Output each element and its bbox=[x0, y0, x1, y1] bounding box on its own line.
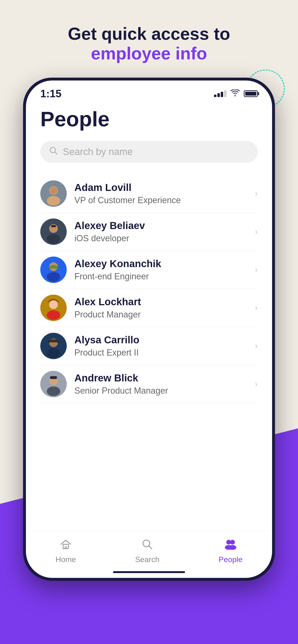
person-info: Alexey Konanchik Front-end Engineer bbox=[74, 258, 247, 282]
phone-frame: 1:15 bbox=[23, 78, 275, 581]
person-name: Alexey Beliaev bbox=[74, 220, 247, 232]
home-icon bbox=[60, 538, 72, 553]
svg-rect-22 bbox=[50, 376, 57, 379]
svg-line-1 bbox=[55, 152, 57, 154]
search-placeholder: Search by name bbox=[63, 146, 133, 157]
person-title: VP of Customer Experience bbox=[74, 195, 247, 205]
svg-point-30 bbox=[229, 545, 236, 550]
person-title: iOS developer bbox=[74, 233, 247, 244]
status-icons bbox=[214, 89, 258, 99]
list-item[interactable]: Alex Lockhart Product Manager › bbox=[40, 289, 258, 327]
avatar bbox=[40, 180, 67, 207]
list-item[interactable]: Alexey Konanchik Front-end Engineer › bbox=[40, 251, 258, 289]
list-item[interactable]: Alexey Beliaev iOS developer › bbox=[40, 213, 258, 251]
phone-screen: 1:15 bbox=[26, 80, 272, 578]
search-nav-icon bbox=[141, 538, 153, 553]
avatar bbox=[40, 256, 67, 283]
avatar bbox=[40, 371, 67, 397]
svg-point-4 bbox=[47, 196, 60, 206]
avatar bbox=[40, 295, 67, 321]
svg-rect-9 bbox=[51, 225, 56, 227]
person-info: Alexey Beliaev iOS developer bbox=[74, 220, 247, 244]
people-list: Adam Lovill VP of Customer Experience › bbox=[40, 175, 258, 531]
nav-item-home[interactable]: Home bbox=[46, 536, 85, 566]
people-nav-icon bbox=[224, 538, 237, 553]
person-title: Product Manager bbox=[74, 310, 247, 320]
home-indicator bbox=[113, 571, 185, 573]
svg-point-12 bbox=[47, 272, 60, 282]
person-name: Alysa Carrillo bbox=[74, 334, 247, 346]
svg-point-28 bbox=[230, 540, 235, 544]
bottom-nav: Home Search bbox=[26, 531, 272, 569]
person-title: Product Expert II bbox=[74, 348, 247, 358]
nav-label-home: Home bbox=[55, 555, 76, 564]
header-line2: employee info bbox=[68, 44, 230, 63]
person-name: Alexey Konanchik bbox=[74, 258, 247, 270]
svg-point-18 bbox=[47, 348, 60, 358]
svg-point-15 bbox=[47, 310, 60, 320]
nav-label-search: Search bbox=[135, 555, 159, 564]
person-info: Adam Lovill VP of Customer Experience bbox=[74, 182, 247, 205]
person-title: Front-end Engineer bbox=[74, 272, 247, 282]
chevron-right-icon: › bbox=[255, 303, 258, 313]
search-bar[interactable]: Search by name bbox=[40, 141, 258, 163]
chevron-right-icon: › bbox=[255, 227, 258, 237]
chevron-right-icon: › bbox=[255, 265, 258, 275]
svg-line-26 bbox=[149, 546, 152, 549]
person-name: Adam Lovill bbox=[74, 182, 247, 193]
status-bar: 1:15 bbox=[26, 80, 272, 102]
list-item[interactable]: Adam Lovill VP of Customer Experience › bbox=[40, 175, 258, 213]
header-line1: Get quick access to bbox=[68, 24, 230, 44]
person-name: Alex Lockhart bbox=[74, 296, 247, 308]
svg-point-8 bbox=[47, 234, 60, 244]
wifi-icon bbox=[230, 89, 240, 99]
avatar bbox=[40, 333, 67, 359]
person-title: Senior Product Manager bbox=[74, 386, 247, 396]
svg-rect-24 bbox=[65, 546, 67, 549]
status-time: 1:15 bbox=[40, 88, 61, 100]
content-area: People Search by name bbox=[26, 102, 272, 531]
nav-item-people[interactable]: People bbox=[209, 536, 252, 566]
svg-point-21 bbox=[47, 386, 60, 396]
person-info: Andrew Blick Senior Product Manager bbox=[74, 372, 247, 396]
svg-point-14 bbox=[49, 300, 58, 309]
svg-point-5 bbox=[50, 187, 57, 194]
avatar bbox=[40, 218, 67, 245]
person-info: Alex Lockhart Product Manager bbox=[74, 296, 247, 320]
chevron-right-icon: › bbox=[255, 379, 258, 389]
header-section: Get quick access to employee info bbox=[68, 24, 230, 63]
chevron-right-icon: › bbox=[255, 341, 258, 351]
list-item[interactable]: Alysa Carrillo Product Expert II › bbox=[40, 327, 258, 365]
nav-item-search[interactable]: Search bbox=[125, 536, 169, 566]
person-info: Alysa Carrillo Product Expert II bbox=[74, 334, 247, 358]
page-title: People bbox=[40, 107, 258, 131]
chevron-right-icon: › bbox=[255, 188, 258, 198]
list-item[interactable]: Andrew Blick Senior Product Manager › bbox=[40, 365, 258, 403]
signal-icon bbox=[214, 90, 226, 97]
search-icon bbox=[49, 146, 58, 158]
nav-label-people: People bbox=[219, 555, 243, 564]
person-name: Andrew Blick bbox=[74, 372, 247, 384]
battery-icon bbox=[244, 90, 258, 97]
